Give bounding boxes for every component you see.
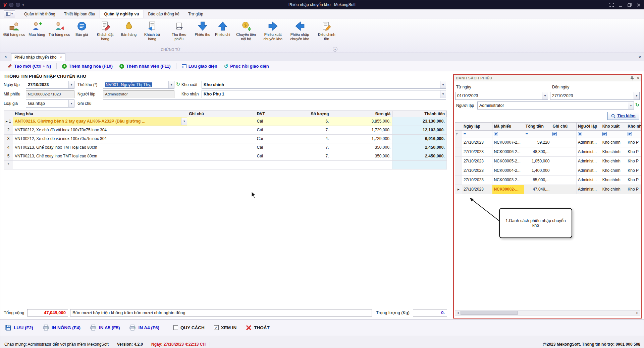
quy-cach-checkbox[interactable]: QUY CÁCH [173, 325, 205, 330]
exit-button[interactable]: THOÁT [246, 325, 270, 331]
checkbox-checked[interactable]: ✓ [214, 325, 219, 330]
table-row[interactable]: 5 VNT00213, Ghế xoay inox TMT loại cao 8… [4, 152, 447, 161]
ribbon-khach-tra-hang[interactable]: Khách trả hàng [139, 20, 166, 42]
save-button[interactable]: LƯU (F2) [5, 325, 33, 331]
search-button[interactable]: Tìm kiếm [607, 112, 639, 120]
fit-screen-icon[interactable] [609, 3, 614, 7]
table-row[interactable]: ▸ 1 ANT00216, Giường bệnh 2 tay quay ALK… [4, 117, 447, 126]
close-icon[interactable] [636, 3, 641, 7]
list-item[interactable]: 27/10/2023 NCK00005-2... 1,050,000 Admin… [455, 157, 641, 166]
ribbon-phieu-nhap-chuyen-kho[interactable]: Phiếu nhập chuyển kho [286, 20, 313, 42]
den-ngay-combo[interactable]: 27/10/2023 ▾ [550, 92, 640, 100]
refresh-icon[interactable]: ↻ [176, 81, 180, 87]
dropdown-arrow-icon[interactable]: ▾ [181, 118, 187, 125]
col-ghi-chu[interactable]: Ghi chú [551, 123, 577, 130]
ribbon-chuyen-tien-noi-bo[interactable]: $ Chuyển tiền nội bộ [233, 20, 260, 42]
panel-nguoi-lap-combo[interactable]: Administrator ▾ [477, 101, 634, 110]
list-item[interactable]: 27/10/2023 NCK00007-2... 59,220 Administ… [455, 138, 641, 147]
ribbon-dieu-chinh-ton[interactable]: Điều chỉnh tồn [313, 20, 340, 42]
ribbon-collapse-icon[interactable]: ▴ [333, 47, 337, 52]
dropdown-arrow-icon[interactable]: ▾ [628, 102, 634, 109]
col-don-gia[interactable]: Đơn giá [331, 111, 393, 117]
doc-tab-phieu-nhap-chuyen-kho[interactable]: Phiếu nhập chuyển kho × [11, 53, 65, 61]
col-hang-hoa[interactable]: Hàng hóa [13, 111, 187, 117]
ribbon-khach-dat-hang[interactable]: Khách đặt hàng [92, 20, 119, 42]
tab-quan-ly-nghiep-vu[interactable]: Quản lý nghiệp vụ [100, 10, 144, 18]
checkbox-unchecked[interactable] [173, 325, 178, 330]
col-dvt[interactable]: ĐVT [255, 111, 288, 117]
table-row[interactable]: 2 VNT00212, Xe chở đồ vải inox 100x70x75… [4, 126, 447, 135]
minimize-icon[interactable] [618, 3, 623, 7]
kho-xuat-combo[interactable]: Kho chính ▾ [202, 81, 446, 89]
col-ngay-lap[interactable]: Ngày lập [462, 123, 493, 130]
print-a5-button[interactable]: IN A5 (F5) [90, 325, 120, 331]
print-hot-button[interactable]: IN NÓNG (F4) [43, 325, 80, 331]
ribbon-phieu-xuat-chuyen-kho[interactable]: Phiếu xuất chuyển kho [260, 20, 286, 42]
tab-quan-tri-he-thong[interactable]: Quản trị hệ thống [20, 10, 60, 18]
col-tong-tien[interactable]: Tổng tiền [524, 123, 551, 130]
quick-access-button-2[interactable] [16, 3, 20, 7]
tabbar-close-icon[interactable]: × [639, 55, 641, 60]
ribbon-ban-hang[interactable]: Bán hàng [119, 20, 139, 38]
ribbon-phieu-chi[interactable]: Phiếu chi [213, 20, 233, 38]
filter-row[interactable]: = = [455, 131, 641, 138]
col-ghi-chu[interactable]: Ghi chú [187, 111, 255, 117]
horizontal-scrollbar[interactable]: ◂ ▸ [455, 310, 640, 316]
col-kho-nhan[interactable]: Kho nhận [626, 123, 641, 130]
add-staff-button[interactable]: + Thêm nhân viên (F11) [116, 64, 174, 69]
table-row[interactable]: 4 VNT00213, Ghế xoay inox TMT loại cao 8… [4, 143, 447, 152]
new-row[interactable]: * [4, 161, 447, 169]
ribbon-tra-hang-ncc[interactable]: Trả hàng ncc [47, 20, 72, 38]
dropdown-arrow-icon[interactable]: ▾ [68, 81, 74, 88]
dropdown-arrow-icon[interactable]: ▾ [68, 100, 74, 107]
quick-access-dropdown-icon[interactable]: ▾ [22, 3, 24, 7]
col-nguoi-lap[interactable]: Người lập [577, 123, 601, 130]
dropdown-arrow-icon[interactable]: ▾ [440, 81, 446, 88]
new-button[interactable]: Tạo mới (Ctrl + N) [4, 64, 54, 69]
ribbon-dat-hang-ncc[interactable]: Đặt hàng ncc [2, 20, 27, 38]
dropdown-arrow-icon[interactable]: ▾ [168, 81, 174, 88]
tab-bao-cao-thong-ke[interactable]: Báo cáo thống kê [144, 10, 184, 18]
save-layout-button[interactable]: Lưu giao diện [178, 64, 221, 69]
add-item-button[interactable]: + Thêm hàng hóa (F10) [59, 64, 116, 69]
scrollbar-thumb[interactable] [461, 311, 518, 315]
tab-close-icon[interactable]: × [60, 55, 62, 59]
dropdown-arrow-icon[interactable]: ▾ [440, 90, 446, 98]
ghi-chu-field[interactable] [103, 99, 446, 107]
list-item[interactable]: 27/10/2023 NCK00003-2... 85,000,... Admi… [455, 176, 641, 185]
col-thanh-tien[interactable]: Thành tiền [392, 111, 447, 117]
restore-icon[interactable] [627, 3, 632, 7]
scroll-right-icon[interactable]: ▸ [635, 310, 640, 315]
tab-thiet-lap-ban-dau[interactable]: Thiết lập ban đầu [60, 10, 100, 18]
ribbon-phieu-thu[interactable]: Phiếu thu [193, 20, 213, 38]
restore-layout-button[interactable]: ↺ Phục hồi giao diện [221, 63, 272, 69]
tab-tro-giup[interactable]: Trợ giúp [184, 10, 208, 18]
table-row[interactable]: 3 VNT00212, Xe chở đồ vải inox 100x70x75… [4, 135, 447, 143]
ribbon-thu-theo-phieu[interactable]: Thu theo phiếu [166, 20, 193, 42]
scroll-left-icon[interactable]: ◂ [455, 310, 461, 315]
col-ma-phieu[interactable]: Mã phiếu [492, 123, 524, 130]
col-so-luong[interactable]: Số lượng [288, 111, 331, 117]
nguoi-lap-field[interactable]: Administrator [103, 90, 174, 98]
tu-ngay-combo[interactable]: 01/10/2023 ▾ [455, 92, 548, 100]
xem-in-checkbox[interactable]: ✓ XEM IN [214, 325, 237, 330]
close-all-tabs-icon[interactable]: × [2, 54, 9, 60]
print-a4-button[interactable]: IN A4 (F6) [129, 325, 159, 331]
pin-icon[interactable] [630, 76, 634, 80]
col-kho-xuat[interactable]: Kho xuất [601, 123, 627, 130]
thu-kho-combo[interactable]: NV001, Nguyễn Thị Thy, ▾ [103, 81, 174, 89]
ma-phieu-field[interactable]: NCK00002-271023 [26, 90, 74, 98]
list-item[interactable]: 27/10/2023 NCK00006-2... 48,300,... Admi… [455, 147, 641, 157]
dropdown-arrow-icon[interactable]: ▾ [542, 92, 548, 99]
kho-nhan-combo[interactable]: Kho Phụ 1 ▾ [202, 90, 446, 98]
list-item-selected[interactable]: ▸ 27/10/2023 NCK00002-... 47,049,... Adm… [455, 185, 641, 194]
dropdown-arrow-icon[interactable]: ▾ [634, 92, 639, 99]
quick-access-button-1[interactable] [9, 3, 13, 7]
loai-gia-combo[interactable]: Giá nhập ▾ [26, 99, 74, 108]
application-menu-button[interactable]: ▾ [4, 10, 15, 17]
ribbon-mua-hang[interactable]: Mua hàng [27, 20, 47, 38]
panel-close-icon[interactable]: × [637, 75, 639, 81]
list-item[interactable]: 27/10/2023 NCK00004-2... 1,400,000 Admin… [455, 166, 641, 176]
refresh-icon[interactable]: ↻ [635, 102, 639, 108]
ribbon-bao-gia[interactable]: Báo giá [72, 20, 92, 38]
